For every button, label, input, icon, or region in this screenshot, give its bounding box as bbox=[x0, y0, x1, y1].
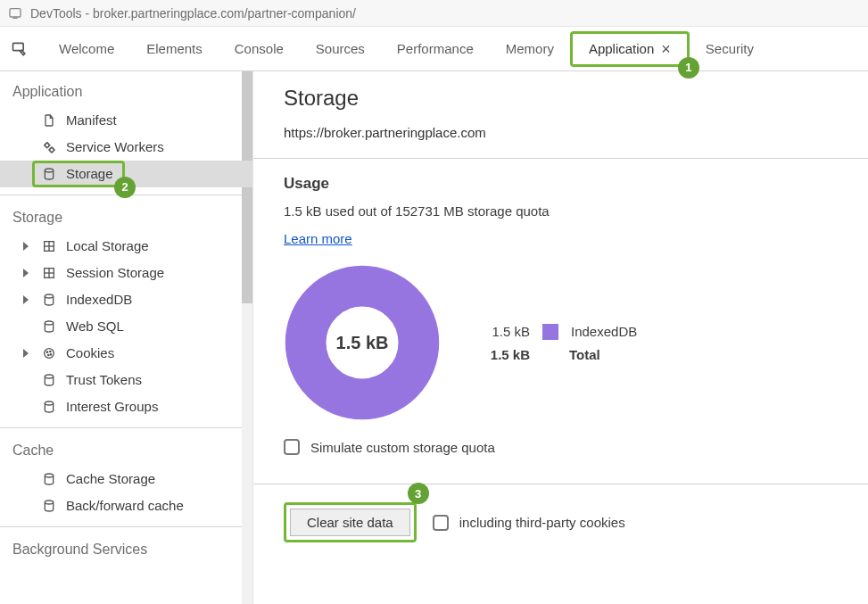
sidebar: Application Manifest Service Workers Sto… bbox=[0, 71, 253, 604]
sidebar-item-label: Cache Storage bbox=[66, 469, 155, 489]
third-party-cookies-label: including third-party cookies bbox=[459, 515, 625, 530]
third-party-cookies-checkbox[interactable] bbox=[433, 515, 449, 531]
window-titlebar: DevTools - broker.partneringplace.com/pa… bbox=[0, 0, 868, 27]
learn-more-link[interactable]: Learn more bbox=[284, 231, 352, 246]
content-panel: Storage https://broker.partneringplace.c… bbox=[253, 71, 868, 604]
tab-memory[interactable]: Memory bbox=[490, 27, 570, 70]
sidebar-item-label: Trust Tokens bbox=[66, 370, 142, 390]
sidebar-item-label: Cookies bbox=[66, 343, 114, 363]
svg-point-2 bbox=[45, 144, 50, 148]
divider bbox=[253, 158, 868, 159]
database-icon bbox=[41, 498, 57, 514]
database-icon bbox=[41, 399, 57, 415]
sidebar-heading-application: Application bbox=[0, 77, 252, 107]
storage-legend: 1.5 kB IndexedDB 1.5 kB Total bbox=[476, 324, 637, 362]
svg-point-21 bbox=[45, 501, 53, 504]
tab-performance[interactable]: Performance bbox=[381, 27, 490, 70]
sidebar-item-label: Web SQL bbox=[66, 317, 124, 336]
grid-icon bbox=[41, 265, 57, 281]
svg-point-19 bbox=[45, 401, 53, 405]
sidebar-item-local-storage[interactable]: Local Storage bbox=[0, 233, 252, 260]
sidebar-heading-storage: Storage bbox=[0, 203, 252, 233]
svg-point-14 bbox=[46, 352, 47, 352]
annotation-highlight-3: Clear site data bbox=[284, 502, 417, 542]
legend-name: IndexedDB bbox=[571, 324, 637, 339]
sidebar-item-label: Session Storage bbox=[66, 263, 164, 283]
sidebar-item-manifest[interactable]: Manifest bbox=[0, 107, 252, 134]
legend-total-value: 1.5 kB bbox=[476, 347, 530, 362]
annotation-highlight-2 bbox=[32, 161, 125, 187]
cookie-icon bbox=[41, 345, 57, 361]
svg-point-13 bbox=[45, 349, 54, 359]
simulate-quota-checkbox[interactable] bbox=[284, 439, 300, 455]
storage-donut-chart: 1.5 kB bbox=[284, 264, 441, 421]
svg-point-18 bbox=[45, 375, 53, 378]
svg-point-17 bbox=[50, 354, 51, 355]
tab-sources[interactable]: Sources bbox=[300, 27, 381, 70]
page-title: Storage bbox=[284, 86, 868, 111]
svg-point-12 bbox=[45, 321, 53, 325]
annotation-badge-2: 2 bbox=[114, 177, 136, 198]
sidebar-item-session-storage[interactable]: Session Storage bbox=[0, 260, 252, 286]
clear-site-data-button[interactable]: Clear site data bbox=[290, 509, 410, 536]
donut-center-value: 1.5 kB bbox=[284, 264, 441, 421]
sidebar-item-label: Service Workers bbox=[66, 137, 164, 157]
sidebar-item-web-sql[interactable]: Web SQL bbox=[0, 313, 252, 340]
legend-value: 1.5 kB bbox=[476, 324, 530, 339]
top-toolbar: Welcome Elements Console Sources Perform… bbox=[0, 27, 868, 71]
grid-icon bbox=[41, 238, 57, 254]
devtools-icon bbox=[7, 5, 23, 21]
close-icon[interactable]: × bbox=[661, 41, 671, 57]
database-icon bbox=[41, 292, 57, 308]
sidebar-item-indexeddb[interactable]: IndexedDB bbox=[0, 286, 252, 313]
svg-rect-0 bbox=[10, 8, 21, 16]
simulate-quota-label: Simulate custom storage quota bbox=[310, 440, 495, 455]
legend-total-label: Total bbox=[569, 347, 600, 362]
origin-url: https://broker.partneringplace.com bbox=[284, 125, 868, 140]
sidebar-item-label: Interest Groups bbox=[66, 397, 158, 417]
sidebar-item-label: Manifest bbox=[66, 111, 117, 130]
inspect-toggle-button[interactable] bbox=[7, 37, 32, 62]
tab-console[interactable]: Console bbox=[219, 27, 300, 70]
sidebar-item-label: Back/forward cache bbox=[66, 496, 184, 516]
sidebar-item-storage[interactable]: Storage 2 bbox=[0, 161, 252, 187]
tab-application[interactable]: Application × 1 bbox=[570, 31, 690, 67]
sidebar-heading-cache: Cache bbox=[0, 435, 252, 466]
panel-tabs: Welcome Elements Console Sources Perform… bbox=[43, 27, 770, 70]
database-icon bbox=[41, 471, 57, 487]
svg-point-3 bbox=[50, 148, 54, 153]
svg-point-20 bbox=[45, 474, 53, 477]
tab-welcome[interactable]: Welcome bbox=[43, 27, 130, 70]
annotation-badge-3: 3 bbox=[408, 483, 429, 504]
window-title: DevTools - broker.partneringplace.com/pa… bbox=[30, 6, 356, 21]
sidebar-item-service-workers[interactable]: Service Workers bbox=[0, 134, 252, 161]
sidebar-item-label: Local Storage bbox=[66, 236, 149, 256]
sidebar-heading-background: Background Services bbox=[0, 534, 252, 565]
database-icon bbox=[41, 372, 57, 388]
svg-point-15 bbox=[50, 351, 51, 352]
sidebar-item-label: IndexedDB bbox=[66, 290, 132, 310]
usage-heading: Usage bbox=[284, 175, 868, 193]
tab-security[interactable]: Security bbox=[690, 27, 770, 70]
svg-point-16 bbox=[48, 354, 49, 355]
gears-icon bbox=[41, 139, 57, 155]
sidebar-item-interest-groups[interactable]: Interest Groups bbox=[0, 393, 252, 420]
legend-total-row: 1.5 kB Total bbox=[476, 347, 637, 362]
sidebar-item-trust-tokens[interactable]: Trust Tokens bbox=[0, 367, 252, 393]
usage-summary: 1.5 kB used out of 152731 MB storage quo… bbox=[284, 203, 868, 219]
database-icon bbox=[41, 319, 57, 335]
sidebar-item-back-forward-cache[interactable]: Back/forward cache bbox=[0, 492, 252, 519]
tab-elements[interactable]: Elements bbox=[130, 27, 219, 70]
file-icon bbox=[41, 112, 57, 128]
legend-swatch bbox=[542, 324, 558, 340]
svg-point-11 bbox=[45, 294, 53, 298]
legend-row: 1.5 kB IndexedDB bbox=[476, 324, 637, 340]
sidebar-item-cache-storage[interactable]: Cache Storage bbox=[0, 466, 252, 492]
sidebar-item-cookies[interactable]: Cookies bbox=[0, 340, 252, 367]
